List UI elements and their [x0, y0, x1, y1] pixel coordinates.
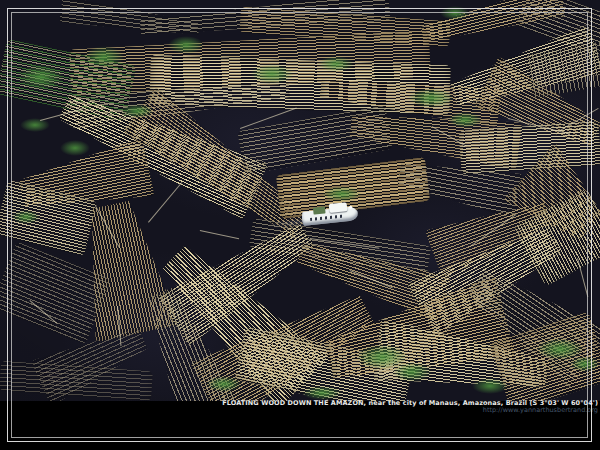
- moss-patch: [392, 362, 432, 382]
- moss-patch: [12, 210, 40, 224]
- moss-patch: [84, 46, 124, 68]
- moss-patch: [168, 36, 204, 54]
- moss-patch: [206, 376, 242, 392]
- moss-patch: [20, 118, 50, 132]
- wallpaper: FLOATING WOOD DOWN THE AMAZON, near the …: [0, 0, 600, 450]
- caption-url: http://www.yannarthusbertrand.org: [222, 407, 598, 414]
- boat-cabin: [329, 202, 348, 213]
- moss-patch: [472, 378, 508, 394]
- moss-patch: [302, 386, 342, 400]
- moss-patch: [408, 88, 454, 108]
- riverboat: [298, 197, 361, 237]
- boat-roof: [313, 206, 326, 214]
- log-raft: [459, 121, 600, 175]
- moss-patch: [60, 140, 90, 156]
- log-raft: [59, 0, 201, 42]
- photo-caption: FLOATING WOOD DOWN THE AMAZON, near the …: [222, 400, 598, 414]
- log-streak: [200, 230, 239, 239]
- moss-patch: [570, 356, 600, 372]
- log-raft: [0, 361, 153, 401]
- aerial-photo: [0, 0, 600, 401]
- moss-patch: [440, 6, 470, 20]
- moss-patch: [18, 64, 64, 90]
- moss-patch: [250, 64, 294, 84]
- moss-patch: [448, 112, 482, 128]
- moss-patch: [318, 56, 354, 72]
- moss-patch: [120, 104, 154, 118]
